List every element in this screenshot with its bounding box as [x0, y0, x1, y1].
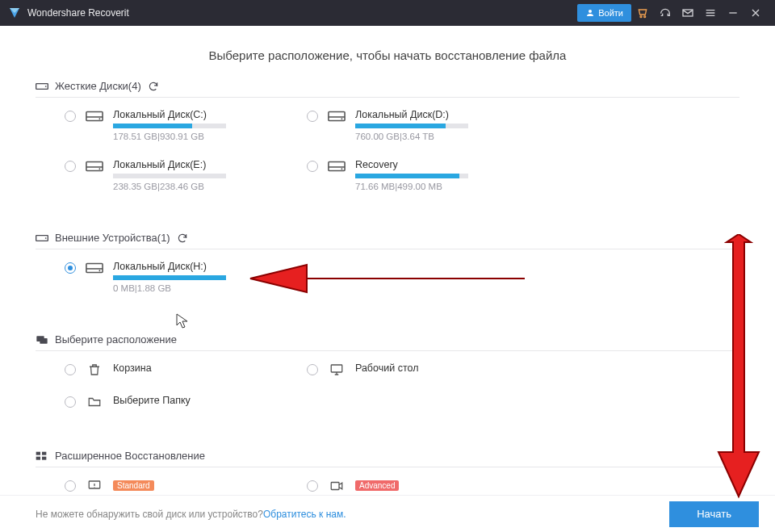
usage-fill [355, 124, 446, 128]
folder-icon [86, 395, 103, 409]
adv-item[interactable]: Standard Восстановление с Поврежденного … [65, 479, 307, 494]
refresh-icon[interactable] [148, 81, 159, 92]
adv-label: Восстановление Видео [355, 493, 549, 494]
svg-rect-24 [42, 456, 46, 459]
close-button[interactable] [744, 0, 767, 26]
location-item[interactable]: Рабочий стол [307, 362, 549, 377]
section-adv-label: Расширенное Восстановление [55, 450, 205, 462]
radio-desktop[interactable] [307, 364, 318, 375]
radio-crashed-pc[interactable] [65, 480, 76, 492]
section-hdd-label: Жесткие Диски(4) [55, 80, 141, 92]
svg-point-11 [99, 168, 101, 170]
disk-item[interactable]: Локальный Диск(H:) 0 MB|1.88 GB [65, 261, 307, 293]
video-icon [328, 479, 346, 493]
badge-standard: Standard [113, 480, 154, 491]
desktop-icon [328, 362, 346, 377]
disk-label: Recovery [355, 159, 549, 170]
radio-video-recovery[interactable] [307, 480, 318, 492]
crashed-pc-icon [86, 479, 103, 493]
cart-icon[interactable] [631, 0, 654, 26]
radio-disk-d[interactable] [307, 111, 318, 122]
footer: Не можете обнаружить свой диск или устро… [0, 495, 775, 532]
section-hdd-header: Жесткие Диски(4) [36, 80, 739, 98]
usage-bar [113, 174, 226, 178]
disk-icon [328, 159, 346, 174]
titlebar: Wondershare Recoverit Войти [0, 0, 775, 26]
section-loc-label: Выберите расположение [55, 333, 177, 346]
app-title: Wondershare Recoverit [27, 7, 129, 19]
svg-point-13 [341, 168, 343, 170]
adv-section-icon [36, 450, 48, 462]
disk-label: Локальный Диск(E:) [113, 159, 307, 170]
app-logo-icon [8, 6, 21, 19]
radio-recycle-bin[interactable] [65, 364, 76, 375]
adv-item[interactable]: Advanced Восстановление Видео [307, 479, 549, 494]
svg-point-5 [45, 86, 47, 87]
disk-icon [86, 109, 103, 124]
menu-icon[interactable] [699, 0, 722, 26]
svg-rect-26 [331, 483, 339, 490]
loc-section-icon [36, 334, 48, 346]
trash-icon [86, 362, 103, 377]
svg-point-0 [589, 10, 592, 13]
disk-item[interactable]: Recovery 71.66 MB|499.00 MB [307, 159, 549, 191]
disk-sub: 0 MB|1.88 GB [113, 283, 307, 293]
usage-bar [355, 174, 468, 178]
disk-item[interactable]: Локальный Диск(C:) 178.51 GB|930.91 GB [65, 109, 307, 141]
radio-disk-e[interactable] [65, 161, 76, 172]
disk-sub: 178.51 GB|930.91 GB [113, 132, 307, 141]
disk-item[interactable]: Локальный Диск(D:) 760.00 GB|3.64 TB [307, 109, 549, 141]
svg-point-7 [99, 118, 101, 119]
disk-sub: 238.35 GB|238.46 GB [113, 182, 307, 191]
disk-label: Локальный Диск(D:) [355, 109, 549, 120]
usage-fill [355, 174, 459, 178]
svg-rect-21 [36, 451, 40, 455]
location-label: Выберите Папку [113, 395, 307, 406]
svg-rect-20 [331, 365, 342, 372]
location-item[interactable]: Выберите Папку [65, 395, 307, 409]
svg-rect-23 [36, 456, 40, 459]
refresh-icon[interactable] [177, 232, 188, 244]
mail-icon[interactable] [677, 0, 699, 26]
location-item[interactable]: Корзина [65, 362, 307, 377]
user-icon [585, 8, 595, 18]
ext-items: Локальный Диск(H:) 0 MB|1.88 GB [36, 261, 739, 311]
section-adv-header: Расширенное Восстановление [36, 450, 739, 467]
usage-bar [355, 124, 468, 128]
footer-help-link[interactable]: Обратитесь к нам. [263, 509, 346, 520]
hdd-items: Локальный Диск(C:) 178.51 GB|930.91 GB Л… [36, 109, 739, 209]
svg-rect-22 [42, 451, 46, 455]
svg-point-15 [45, 237, 47, 239]
main-content: Выберите расположение, чтобы начать восс… [0, 26, 775, 494]
radio-disk-h[interactable] [65, 262, 76, 274]
svg-point-9 [341, 118, 343, 119]
hdd-section-icon [36, 81, 48, 92]
start-button[interactable]: Начать [669, 501, 759, 527]
radio-disk-c[interactable] [65, 111, 76, 122]
disk-icon [86, 261, 103, 275]
disk-label: Локальный Диск(C:) [113, 109, 307, 120]
radio-select-folder[interactable] [65, 396, 76, 408]
adv-items: Standard Восстановление с Поврежденного … [36, 479, 739, 494]
disk-item[interactable]: Локальный Диск(E:) 238.35 GB|238.46 GB [65, 159, 307, 191]
location-label: Рабочий стол [355, 362, 549, 374]
ext-section-icon [36, 232, 48, 244]
login-label: Войти [598, 8, 623, 18]
disk-icon [328, 109, 346, 124]
usage-bar [113, 124, 226, 128]
adv-label: Восстановление с Поврежденного Компьютер… [113, 493, 258, 494]
location-label: Корзина [113, 362, 307, 374]
footer-help-text: Не можете обнаружить свой диск или устро… [36, 509, 263, 520]
svg-point-17 [99, 270, 101, 271]
svg-point-2 [644, 16, 646, 18]
start-label: Начать [697, 508, 731, 520]
minimize-button[interactable] [722, 0, 744, 26]
headset-icon[interactable] [654, 0, 677, 26]
section-ext-label: Внешние Устройства(1) [55, 232, 170, 244]
section-loc-header: Выберите расположение [36, 333, 739, 351]
login-button[interactable]: Войти [577, 4, 631, 22]
radio-recovery[interactable] [307, 161, 318, 172]
usage-fill [113, 124, 192, 128]
disk-icon [86, 159, 103, 174]
svg-rect-19 [40, 338, 47, 344]
